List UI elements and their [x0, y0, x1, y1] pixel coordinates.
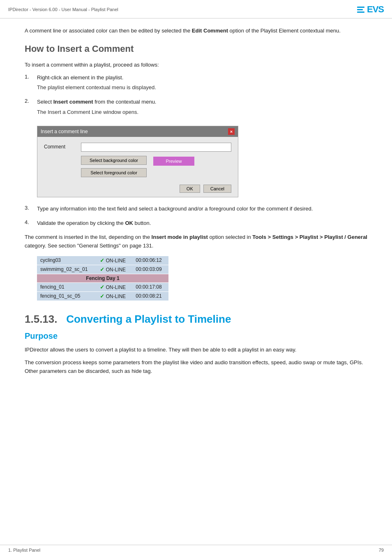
section2-subheading: Purpose — [25, 331, 367, 341]
step-3-number: 3. — [25, 205, 33, 215]
after-note-bold2: Tools > Settings > Playlist > Playlist /… — [252, 234, 367, 240]
select-bg-color-button[interactable]: Select background color — [81, 156, 147, 165]
step-1-number: 1. — [25, 74, 33, 97]
step-3-text: Type any information into the text field… — [37, 205, 313, 213]
section2-title: Converting a Playlist to Timeline — [66, 313, 231, 325]
insert-comment-dialog: Insert a comment line × Comment Select b… — [37, 126, 238, 197]
step-1-main: Right-click an element in the playlist. — [37, 74, 156, 82]
step-4-bold: OK — [125, 220, 133, 226]
row-check: ✓ ON-LINE — [97, 292, 132, 301]
comment-label: Comment — [44, 143, 77, 150]
dialog-titlebar: Insert a comment line × — [37, 126, 238, 137]
check-icon: ✓ — [100, 293, 104, 299]
table-row: fencing_01_sc_05 ✓ ON-LINE 00:00:08:21 — [37, 292, 168, 301]
section1-intro: To insert a comment within a playlist, p… — [25, 61, 367, 69]
preview-label: Preview — [166, 159, 182, 164]
comment-cell: Fencing Day 1 — [37, 274, 168, 282]
check-icon: ✓ — [100, 266, 104, 273]
dialog-ok-button[interactable]: OK — [180, 185, 200, 193]
table-row-comment: Fencing Day 1 — [37, 274, 168, 282]
row-time: 00:00:08:21 — [132, 292, 168, 301]
after-note: The comment is inserted in the list, dep… — [25, 233, 367, 250]
dialog-ok-cancel-row: OK Cancel — [44, 181, 231, 193]
intro-paragraph: A comment line or associated color can t… — [25, 27, 367, 35]
logo-line-2 — [357, 9, 363, 10]
row-name: swimmimg_02_sc_01 — [37, 265, 97, 274]
preview-area: Preview — [153, 156, 194, 166]
row-check: ✓ ON-LINE — [97, 256, 132, 265]
playlist-table: cycling03 ✓ ON-LINE 00:00:06:12 swimmimg… — [37, 256, 168, 301]
intro-text-start: A comment line or associated color can t… — [25, 28, 192, 34]
table-row: swimmimg_02_sc_01 ✓ ON-LINE 00:00:03:09 — [37, 265, 168, 274]
check-icon: ✓ — [100, 257, 104, 264]
row-name: fencing_01_sc_05 — [37, 292, 97, 301]
row-name: fencing_01 — [37, 283, 97, 291]
section2-para2: The conversion process keeps some parame… — [25, 358, 367, 376]
row-check: ✓ ON-LINE — [97, 265, 132, 274]
step-2-text-start: Select — [37, 99, 53, 105]
step-2-note: The Insert a Comment Line window opens. — [37, 108, 156, 117]
section2-para1: IPDirector allows the users to convert a… — [25, 346, 367, 354]
section2-number: 1.5.13. — [25, 313, 58, 325]
row-time: 00:00:17:08 — [132, 283, 168, 291]
step-1: 1. Right-click an element in the playlis… — [25, 74, 367, 97]
logo-line-3 — [357, 12, 364, 13]
section2-heading: 1.5.13. Converting a Playlist to Timelin… — [25, 313, 367, 326]
step-4-text-end: button. — [133, 220, 151, 226]
page-header: IPDirector - Version 6.00 - User Manual … — [0, 0, 392, 18]
dialog-cancel-button[interactable]: Cancel — [203, 185, 231, 193]
comment-input[interactable] — [81, 143, 231, 152]
section1-heading: How to Insert a Comment — [25, 44, 367, 54]
page-footer: 1. Playlist Panel 79 — [0, 545, 392, 555]
step-3: 3. Type any information into the text fi… — [25, 205, 367, 215]
row-check: ✓ ON-LINE — [97, 283, 132, 291]
row-time: 00:00:06:12 — [132, 256, 168, 265]
step-2-bold: Insert comment — [53, 99, 93, 105]
after-note-start: The comment is inserted in the list, dep… — [25, 234, 152, 240]
step-4: 4. Validate the operation by clicking th… — [25, 219, 367, 229]
row-time: 00:00:03:09 — [132, 265, 168, 274]
select-fg-color-button[interactable]: Select foreground color — [81, 168, 147, 177]
dialog-title: Insert a comment line — [41, 129, 88, 134]
step-1-note: The playlist element contextual menu is … — [37, 83, 156, 92]
footer-left: 1. Playlist Panel — [8, 548, 40, 553]
playlist-tbody: cycling03 ✓ ON-LINE 00:00:06:12 swimmimg… — [37, 256, 168, 301]
step-2-text-end: from the contextual menu. — [93, 99, 157, 105]
comment-row: Comment — [44, 143, 231, 152]
preview-box: Preview — [153, 157, 194, 166]
step-2-main: Select Insert comment from the contextua… — [37, 98, 156, 106]
step-2: 2. Select Insert comment from the contex… — [25, 98, 367, 121]
logo-lines-icon — [357, 7, 364, 13]
section2: 1.5.13. Converting a Playlist to Timelin… — [25, 313, 367, 375]
after-note-bold1: Insert mode in playlist — [152, 234, 208, 240]
dialog-close-button[interactable]: × — [228, 128, 235, 135]
step-2-number: 2. — [25, 98, 33, 121]
header-title: IPDirector - Version 6.00 - User Manual … — [8, 7, 118, 12]
after-note-mid: option selected in — [208, 234, 252, 240]
check-icon: ✓ — [100, 284, 104, 290]
color-buttons-row: Select background color Select foregroun… — [81, 156, 231, 177]
color-section: Select background color Select foregroun… — [81, 156, 147, 177]
row-name: cycling03 — [37, 256, 97, 265]
logo-line-1 — [357, 7, 364, 8]
main-content: A comment line or associated color can t… — [0, 18, 392, 388]
step-4-number: 4. — [25, 219, 33, 229]
intro-text-end: option of the Playlist Element contextua… — [228, 28, 341, 34]
step-4-text-start: Validate the operation by clicking the — [37, 220, 125, 226]
logo: EVS — [357, 4, 384, 15]
footer-right: 79 — [379, 548, 384, 553]
after-note-end: category. See section "General Settings"… — [25, 243, 153, 249]
step-4-text: Validate the operation by clicking the O… — [37, 219, 151, 228]
dialog-body: Comment Select background color Select f… — [37, 137, 238, 197]
table-row: fencing_01 ✓ ON-LINE 00:00:17:08 — [37, 283, 168, 291]
table-row: cycling03 ✓ ON-LINE 00:00:06:12 — [37, 256, 168, 265]
steps-list: 1. Right-click an element in the playlis… — [25, 74, 367, 121]
logo-text: EVS — [367, 4, 384, 15]
intro-bold: Edit Comment — [192, 28, 228, 34]
